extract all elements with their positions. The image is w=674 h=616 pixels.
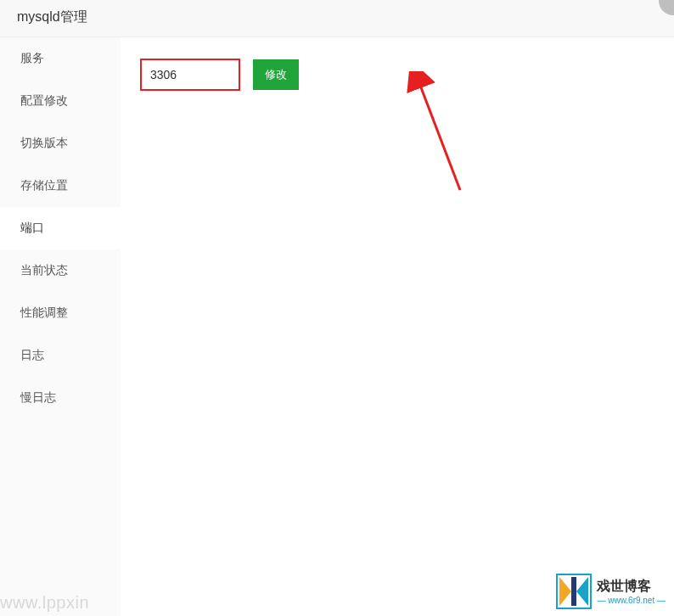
- panel-header: mysqld管理: [0, 0, 674, 37]
- logo-subtitle: — www.6r9.net —: [597, 596, 666, 605]
- svg-line-1: [419, 83, 460, 190]
- watermark-left: www.lppxin: [0, 593, 89, 613]
- sidebar: 服务 配置修改 切换版本 存储位置 端口 当前状态 性能调整 日志 慢日志: [0, 37, 121, 616]
- main-container: 服务 配置修改 切换版本 存储位置 端口 当前状态 性能调整 日志 慢日志 修改: [0, 37, 674, 616]
- sidebar-item-label: 配置修改: [20, 93, 68, 107]
- port-form-row: 修改: [141, 59, 654, 90]
- content-area: 修改: [121, 37, 674, 616]
- sidebar-item-slowlog[interactable]: 慢日志: [0, 377, 121, 419]
- svg-marker-4: [576, 577, 588, 606]
- sidebar-item-log[interactable]: 日志: [0, 334, 121, 377]
- modify-button[interactable]: 修改: [253, 59, 299, 90]
- arrow-annotation-icon: [375, 71, 477, 199]
- sidebar-item-storage[interactable]: 存储位置: [0, 165, 121, 207]
- logo-icon: [556, 574, 592, 609]
- sidebar-item-version[interactable]: 切换版本: [0, 122, 121, 165]
- sidebar-item-label: 端口: [20, 221, 44, 234]
- sidebar-item-port[interactable]: 端口: [0, 207, 121, 249]
- sidebar-item-label: 存储位置: [20, 178, 68, 192]
- logo-text-block: 戏世博客 — www.6r9.net —: [597, 578, 666, 605]
- sidebar-item-config[interactable]: 配置修改: [0, 80, 121, 122]
- sidebar-item-label: 慢日志: [20, 390, 56, 404]
- sidebar-item-label: 切换版本: [20, 136, 68, 149]
- watermark-right: 戏世博客 — www.6r9.net —: [556, 574, 666, 609]
- svg-rect-5: [571, 577, 576, 606]
- logo-title: 戏世博客: [597, 578, 651, 596]
- port-input[interactable]: [141, 59, 239, 90]
- sidebar-item-label: 服务: [20, 51, 44, 64]
- svg-marker-3: [559, 577, 571, 606]
- sidebar-item-service[interactable]: 服务: [0, 37, 121, 80]
- sidebar-item-status[interactable]: 当前状态: [0, 249, 121, 292]
- watermark-left-text: www.lppxin: [0, 593, 89, 612]
- sidebar-item-label: 当前状态: [20, 263, 68, 277]
- panel-title: mysqld管理: [17, 9, 87, 24]
- sidebar-item-performance[interactable]: 性能调整: [0, 292, 121, 334]
- sidebar-item-label: 性能调整: [20, 305, 68, 319]
- sidebar-item-label: 日志: [20, 348, 44, 361]
